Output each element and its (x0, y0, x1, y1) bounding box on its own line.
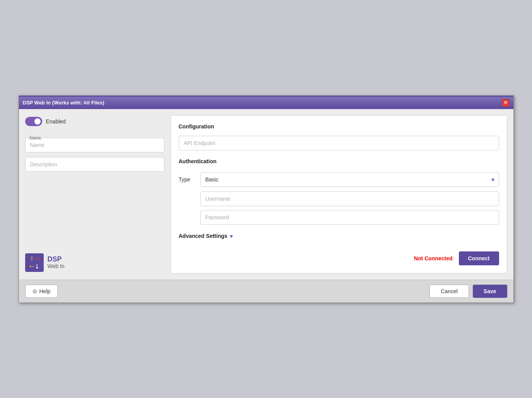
logo-icon: ➚ ➚ ➚ ➚ (25, 253, 44, 272)
right-panel: Configuration Authentication Type Basic … (171, 115, 507, 273)
help-label: Help (39, 288, 51, 294)
advanced-settings-row[interactable]: Advanced Settings ▾ (179, 232, 499, 240)
name-input[interactable] (25, 138, 164, 152)
content-area: Enabled Name ➚ ➚ ➚ ➚ (19, 109, 513, 280)
password-input[interactable] (200, 210, 499, 225)
auth-section: Authentication Type Basic None Bearer To… (179, 158, 499, 225)
connection-row: Not Connected Connect (179, 248, 499, 265)
close-button[interactable]: ✕ (502, 99, 510, 107)
auth-type-select[interactable]: Basic None Bearer Token OAuth2 (200, 172, 499, 187)
type-row: Type Basic None Bearer Token OAuth2 ▾ (179, 172, 499, 187)
main-content: Enabled Name ➚ ➚ ➚ ➚ (19, 109, 513, 280)
arrow-tr-icon: ➚ (33, 254, 42, 263)
title-bar-left: DSP Web In (Works with: All Files) (23, 100, 104, 106)
api-endpoint-input[interactable] (179, 136, 499, 150)
save-button[interactable]: Save (473, 285, 507, 298)
config-title: Configuration (179, 123, 499, 130)
connection-status: Not Connected (414, 255, 453, 261)
toggle-row: Enabled (25, 115, 164, 128)
logo-area: ➚ ➚ ➚ ➚ DSP Web In (25, 249, 164, 273)
connect-button[interactable]: Connect (459, 251, 499, 265)
left-panel: Enabled Name ➚ ➚ ➚ ➚ (25, 115, 164, 273)
type-select-wrapper: Basic None Bearer Token OAuth2 ▾ (200, 172, 499, 187)
help-button[interactable]: ⊙ Help (25, 285, 58, 298)
logo-arrows: ➚ ➚ ➚ ➚ (27, 253, 41, 272)
auth-title: Authentication (179, 158, 499, 164)
username-input[interactable] (200, 191, 499, 206)
window-title: DSP Web In (Works with: All Files) (23, 100, 104, 106)
footer: ⊙ Help Cancel Save (19, 280, 513, 302)
arrow-br-icon: ➚ (33, 262, 42, 271)
cancel-button[interactable]: Cancel (429, 285, 469, 298)
footer-right: Cancel Save (429, 285, 507, 298)
logo-dsp: DSP (48, 256, 65, 263)
config-section: Configuration (179, 123, 499, 150)
type-label: Type (179, 176, 194, 183)
description-input[interactable] (25, 157, 164, 172)
title-bar: DSP Web In (Works with: All Files) ✕ (19, 97, 513, 109)
advanced-settings-label: Advanced Settings (179, 233, 228, 239)
main-window: DSP Web In (Works with: All Files) ✕ Ena… (19, 96, 514, 303)
enabled-toggle[interactable] (25, 117, 42, 126)
toggle-label: Enabled (46, 118, 66, 125)
name-label: Name (28, 135, 43, 140)
logo-text: DSP Web In (48, 256, 65, 269)
name-field-group: Name (25, 132, 164, 152)
help-icon: ⊙ (33, 288, 37, 294)
auth-fields (179, 191, 499, 225)
logo-webin: Web In (48, 263, 65, 269)
advanced-settings-chevron-icon: ▾ (230, 232, 233, 240)
